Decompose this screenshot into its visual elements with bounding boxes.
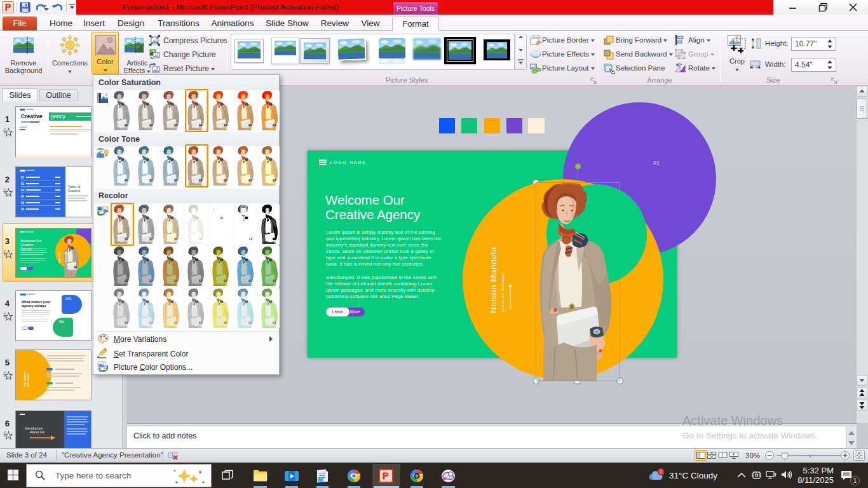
- svg-text:2: 2: [660, 469, 663, 475]
